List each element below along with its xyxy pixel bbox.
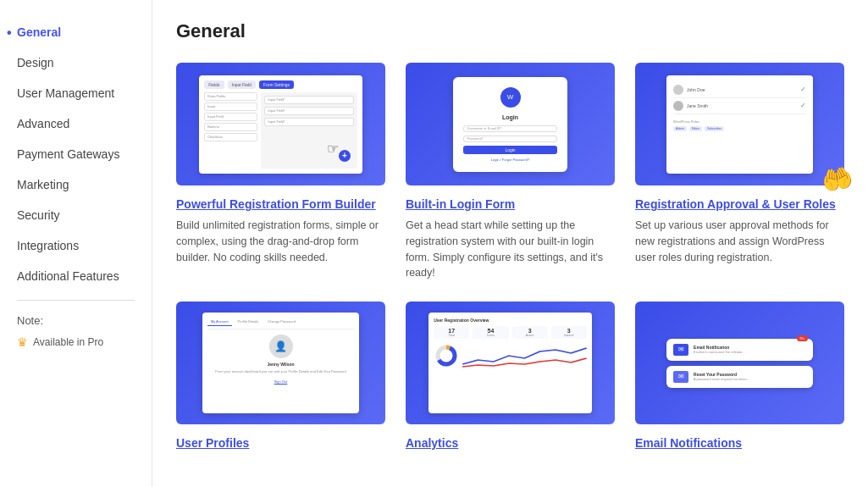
card-desc-login-form: Get a head start while setting up the re… <box>406 218 615 281</box>
login-mockup: W Login Username or Email ID* Password* … <box>453 77 568 172</box>
mock-login-title: Login <box>463 114 558 120</box>
card-registration-approval: John Doe ✓ Jane Smith ✓ WordPress Roles … <box>635 63 844 281</box>
cursor-icon: ☞ <box>327 141 339 157</box>
mock-stat-3: 3 Active <box>512 326 548 339</box>
card-title-registration-approval[interactable]: Registration Approval & User Roles <box>635 197 844 211</box>
profile-mockup: My Account Profile Details Change Passwo… <box>202 313 359 413</box>
sidebar-item-user-management[interactable]: User Management <box>0 78 152 108</box>
sidebar-item-security[interactable]: Security <box>0 200 152 230</box>
mock-field: Input <box>204 102 257 111</box>
main-content: General Fields Input Field Form Settings… <box>152 0 868 487</box>
email-notif-sub-1: Excited to announce the release... <box>694 350 744 354</box>
sidebar-item-design[interactable]: Design <box>0 47 152 78</box>
card-image-form-builder: Fields Input Field Form Settings Extra F… <box>176 63 385 185</box>
card-analytics: User Registration Overview 17 Total 54 U… <box>406 302 615 457</box>
mock-right-field: Input Field* <box>264 107 353 115</box>
email-notif-mockup: ✉ Email Notification Excited to announce… <box>666 339 813 388</box>
sidebar-item-payment-gateways[interactable]: Payment Gateways <box>0 139 152 169</box>
sidebar: General Design User Management Advanced … <box>0 0 152 487</box>
crown-icon: ♛ <box>17 335 28 349</box>
mock-field: Checkbox <box>204 133 257 141</box>
mock-line-chart <box>462 343 587 368</box>
mock-analytics-header: User Registration Overview <box>434 318 587 323</box>
mock-role-badges: Admin Editor Subscriber <box>673 126 806 131</box>
mock-stat-1: 17 Total <box>434 326 469 339</box>
notification-badge: 99+ <box>797 335 808 341</box>
mock-profile-desc: From your account dashboard you can edit… <box>207 369 354 374</box>
mock-tab-change-password: Change Password <box>264 318 299 326</box>
mock-stats-row: 17 Total 54 Users 3 Active 3 <box>434 326 587 339</box>
email-notif-card-1: ✉ Email Notification Excited to announce… <box>666 339 813 361</box>
mock-stat-2: 54 Users <box>473 326 508 339</box>
mock-field: Buttons <box>204 123 257 131</box>
check-icon: ✓ <box>800 102 806 109</box>
card-image-registration-approval: John Doe ✓ Jane Smith ✓ WordPress Roles … <box>635 63 844 185</box>
page-title: General <box>176 20 844 42</box>
mock-tab: Input Field <box>228 80 256 89</box>
card-title-form-builder[interactable]: Powerful Registration Form Builder <box>176 197 385 211</box>
mock-field: Input Field <box>204 113 257 121</box>
card-login-form: W Login Username or Email ID* Password* … <box>406 63 615 281</box>
sidebar-item-marketing[interactable]: Marketing <box>0 169 152 200</box>
sidebar-pro-label: ♛ Available in Pro <box>0 332 152 352</box>
mock-roles: WordPress Roles <box>673 119 806 124</box>
mock-password-field: Password* <box>463 136 558 142</box>
mock-username-field: Username or Email ID* <box>463 125 558 132</box>
card-image-email-notifications: ✉ Email Notification Excited to announce… <box>635 302 844 424</box>
mock-user-row: Jane Smith ✓ <box>673 98 806 114</box>
card-title-analytics[interactable]: Analytics <box>406 436 615 450</box>
mock-tab-my-account: My Account <box>207 318 232 326</box>
mock-user-row: John Doe ✓ <box>673 82 806 98</box>
mock-profile-name: Jenny Wilson <box>207 362 354 367</box>
sidebar-item-additional-features[interactable]: Additional Features <box>0 261 152 291</box>
mock-right-field: Input Field* <box>264 96 353 104</box>
card-image-user-profiles: My Account Profile Details Change Passwo… <box>176 302 385 424</box>
mock-login-button: Login <box>463 146 558 154</box>
card-title-user-profiles[interactable]: User Profiles <box>176 436 385 450</box>
cards-grid: Fields Input Field Form Settings Extra F… <box>176 63 844 457</box>
mock-avatar <box>673 85 683 95</box>
form-builder-mockup: Fields Input Field Form Settings Extra F… <box>199 75 362 174</box>
card-title-login-form[interactable]: Built-in Login Form <box>406 197 615 211</box>
mock-sign-out: Sign Out <box>207 379 354 384</box>
mock-tab-profile-details: Profile Details <box>235 318 263 326</box>
email-icon-2: ✉ <box>673 371 688 383</box>
card-email-notifications: ✉ Email Notification Excited to announce… <box>635 302 844 457</box>
sidebar-item-integrations[interactable]: Integrations <box>0 230 152 261</box>
mock-stat-4: 3 Inactive <box>551 326 587 339</box>
card-title-email-notifications[interactable]: Email Notifications <box>635 436 844 450</box>
card-desc-registration-approval: Set up various user approval methods for… <box>635 218 844 265</box>
add-field-button[interactable]: + <box>339 150 351 162</box>
mock-forgot-link: Login / Forgot Password? <box>463 158 558 162</box>
card-desc-form-builder: Build unlimited registration forms, simp… <box>176 218 385 265</box>
email-icon: ✉ <box>673 344 688 356</box>
mock-field: Extra Fields <box>204 92 257 101</box>
mock-logo: W <box>500 87 521 108</box>
email-notif-text-2: Reset Your Password A password reset req… <box>694 372 749 381</box>
mock-tab: Fields <box>204 80 224 89</box>
mock-avatar <box>673 101 683 111</box>
mock-donut-chart <box>434 343 459 368</box>
mock-chart-area <box>434 343 587 368</box>
email-notif-card-2: ✉ Reset Your Password A password reset r… <box>666 366 813 388</box>
sidebar-item-advanced[interactable]: Advanced <box>0 108 152 139</box>
sidebar-note: Note: <box>0 309 152 332</box>
card-user-profiles: My Account Profile Details Change Passwo… <box>176 302 385 457</box>
card-image-login-form: W Login Username or Email ID* Password* … <box>406 63 615 185</box>
mock-tab-active: Form Settings <box>259 80 294 89</box>
mock-profile-tabs: My Account Profile Details Change Passwo… <box>207 318 354 329</box>
card-image-analytics: User Registration Overview 17 Total 54 U… <box>406 302 615 424</box>
sidebar-item-general[interactable]: General <box>0 17 152 47</box>
check-icon: ✓ <box>800 86 806 93</box>
sidebar-divider <box>17 300 135 301</box>
email-notif-sub-2: A password reset request has been... <box>694 377 749 381</box>
email-notif-text-1: Email Notification Excited to announce t… <box>694 345 744 354</box>
analytics-mockup: User Registration Overview 17 Total 54 U… <box>428 313 592 413</box>
mock-right-field: Input Field* <box>264 118 353 126</box>
card-form-builder: Fields Input Field Form Settings Extra F… <box>176 63 385 281</box>
approval-mockup: John Doe ✓ Jane Smith ✓ WordPress Roles … <box>666 75 813 174</box>
mock-profile-avatar: 👤 <box>269 335 293 358</box>
hands-decoration: 🤲 <box>819 162 855 196</box>
